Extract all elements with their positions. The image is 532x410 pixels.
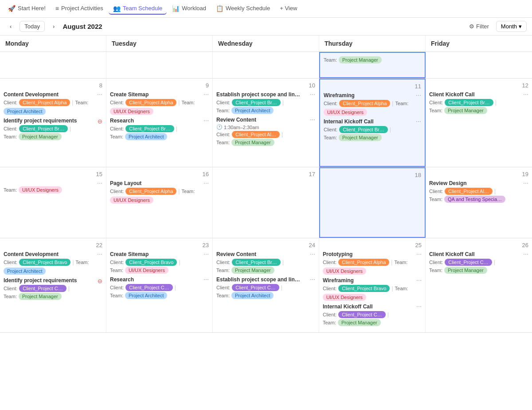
start-icon: 🚀 [8,5,16,12]
tag-arch[interactable]: Project Architect [231,292,274,299]
prev-arrow-button[interactable]: ‹ [5,21,16,32]
event-menu-icon[interactable]: ⋯ [523,91,528,99]
tag-project-manager[interactable]: Project Manager [339,56,382,63]
tag-arch[interactable]: Project Architect [4,268,46,275]
tag-client-alpha[interactable]: Client_Project Alpha [125,99,176,106]
tag-pm[interactable]: Project Manager [19,293,62,300]
tag-arch[interactable]: Project Architect [125,133,167,140]
event-client-kickoff-26: Client Kickoff Call ⋯ Client: Client_Pro… [429,251,528,274]
tag-client-br[interactable]: Client_Project Br… [339,126,388,133]
event-menu-icon[interactable]: ⋯ [310,91,315,99]
tag-client-br[interactable]: Client_Project Br… [445,99,493,106]
today-button[interactable]: Today [20,21,45,32]
tag-client-alpha[interactable]: Client_Project Alpha [19,99,70,106]
tag-ui[interactable]: UI/UX Designers [323,268,366,275]
event-menu-icon[interactable]: ⋯ [416,277,422,285]
event-menu-icon[interactable]: ⋯ [310,276,315,284]
calendar-toolbar: ‹ Today › August 2022 ⚙ Filter Month ▾ [0,18,532,35]
tab-view-label: + View [280,5,297,12]
event-menu-icon[interactable]: ⋯ [203,91,209,99]
event-menu-icon[interactable]: ⋯ [97,251,102,259]
tab-workload-label: Workload [182,5,206,12]
event-menu-icon[interactable]: ⋯ [416,251,422,259]
tag-client-br[interactable]: Client_Project Br… [232,259,281,266]
event-client-kickoff-12: Client Kickoff Call ⋯ Client: Client_Pro… [429,91,528,114]
tag-ui[interactable]: UI/UX Designers [19,186,62,193]
tab-workload[interactable]: 📊 Workload [168,3,211,15]
weekly-icon: 📋 [216,5,223,12]
top-navigation: 🚀 Start Here! ≡ Project Activities 👥 Tea… [0,0,532,18]
event-menu-icon[interactable]: ⋯ [416,118,421,126]
tag-pm[interactable]: Project Manager [339,134,382,141]
tag-arch[interactable]: Project Architect [231,107,274,114]
tag-pm[interactable]: Project Manager [444,267,487,274]
day-number-16: 16 [110,171,209,177]
day-cell-12: 12 Client Kickoff Call ⋯ Client: Client_… [426,79,532,167]
event-menu-icon[interactable]: ⋯ [310,251,315,259]
event-scope-10: Establish project scope and lin… ⋯ Clien… [216,91,315,114]
tag-client-al[interactable]: Client_Project Al… [445,188,493,195]
event-menu-icon[interactable]: ⋯ [416,92,421,100]
event-menu-icon[interactable]: ⋯ [203,276,209,284]
filter-icon: ⚙ [469,23,474,30]
tag-client-bravo[interactable]: Client_Project Bravo [19,259,70,266]
tag-client-c[interactable]: Client_Project C… [232,284,279,291]
month-view-button[interactable]: Month ▾ [496,21,527,32]
tag-client-c[interactable]: Client_Project C… [445,259,492,266]
tag-client-alpha[interactable]: Client_Project Alpha [338,259,389,266]
event-menu-icon[interactable]: ⋯ [203,180,209,188]
tag-client-br[interactable]: Client_Project Br… [19,125,68,132]
tag-ui[interactable]: UI/UX Designers [324,109,367,116]
tab-add-view[interactable]: + View [275,3,301,14]
tag-pm[interactable]: Project Manager [444,107,487,114]
day-cell-23: 23 Create Sitemap ⋯ Client: Client_Proje… [106,238,213,332]
day-number-19: 19 [429,171,528,177]
tag-client-bravo[interactable]: Client_Project Bravo [125,259,177,266]
tag-ui[interactable]: UI/UX Designers [110,108,153,115]
tag-project-architect[interactable]: Project Architect [4,108,46,115]
tag-client-c[interactable]: Client_Project C… [125,284,172,291]
tag-ui[interactable]: UI/UX Designers [323,294,366,301]
event-review-content-24: Review Content ⋯ Client: Client_Project … [216,251,315,274]
event-menu-icon[interactable]: ⋯ [416,304,422,311]
event-menu-icon[interactable]: ⋯ [203,251,209,259]
day-number-22: 22 [4,242,102,248]
tag-ui[interactable]: UI/UX Designers [125,267,168,274]
next-arrow-button[interactable]: › [48,21,59,32]
event-content-dev-22: Content Development ⋯ Client: Client_Pro… [4,251,102,275]
tag-client-br[interactable]: Client_Project Br… [232,99,281,106]
event-menu-icon[interactable]: ⋯ [310,117,315,124]
tag-client-alpha[interactable]: Client_Project Alpha [125,188,176,195]
tag-pm[interactable]: Project Manager [231,139,274,146]
event-wireframing-11: Wireframing ⋯ Client: Client_Project Alp… [324,92,421,116]
tag-client-c[interactable]: Client_Project C… [338,311,385,318]
tag-qa[interactable]: QA and Testing Specia… [444,196,505,203]
event-wireframing-25: Wireframing ⋯ Client: Client_Project Bra… [323,277,422,301]
event-pm-fragment: Team: Project Manager [324,56,421,63]
tag-ui[interactable]: UI/UX Designers [110,197,153,204]
day-header-monday: Monday [0,35,106,51]
week-row-1: 8 Content Development ⋯ Client: Client_P… [0,79,532,167]
event-menu-icon[interactable]: ⋯ [523,180,528,188]
tab-start-here[interactable]: 🚀 Start Here! [4,3,50,15]
tag-arch[interactable]: Project Architect [125,292,167,299]
tab-weekly-schedule[interactable]: 📋 Weekly Schedule [211,3,274,15]
event-menu-icon[interactable]: ⋯ [203,118,209,125]
tag-client-al[interactable]: Client_Project Al… [232,131,280,138]
event-menu-icon[interactable]: ⋯ [523,251,528,259]
tag-pm[interactable]: Project Manager [231,267,274,274]
event-menu-icon[interactable]: ⋯ [97,180,102,186]
tag-client-c[interactable]: Client_Project C… [19,285,66,292]
tag-client-bravo[interactable]: Client_Project Bravo [338,285,390,292]
tag-client-br[interactable]: Client_Project Br… [125,125,174,132]
tag-client-alpha[interactable]: Client_Project Alpha [339,100,390,107]
day-cell-16: 16 Page Layout ⋯ Client: Client_Project … [106,167,213,238]
day-cell-10: 10 Establish project scope and lin… ⋯ Cl… [213,79,319,167]
filter-button[interactable]: ⚙ Filter [466,21,493,32]
tab-project-activities[interactable]: ≡ Project Activities [51,3,108,15]
day-header-thursday: Thursday [319,35,426,51]
tag-pm[interactable]: Project Manager [338,319,381,326]
event-menu-icon[interactable]: ⋯ [97,91,102,99]
tab-team-schedule[interactable]: 👥 Team Schedule [109,3,167,15]
tag-pm[interactable]: Project Manager [19,133,62,140]
